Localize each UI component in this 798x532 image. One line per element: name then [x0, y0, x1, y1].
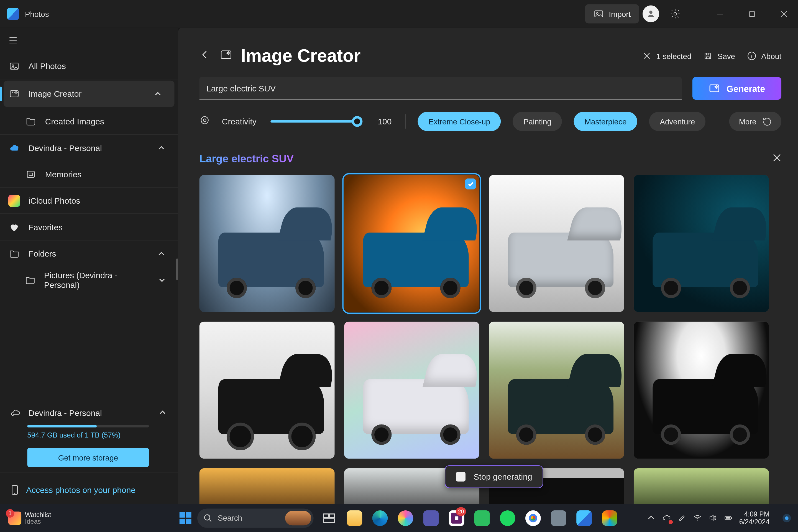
teams-icon[interactable] [419, 506, 443, 530]
sidebar-item-label: Pictures (Devindra - Personal) [44, 270, 145, 289]
sidebar-item-created-images[interactable]: Created Images [0, 108, 178, 135]
save-button[interactable]: Save [703, 51, 735, 61]
photos-app-icon [7, 8, 19, 20]
result-thumb[interactable] [199, 322, 335, 459]
taskbar-search[interactable]: Search [197, 508, 314, 527]
sidebar-item-pictures[interactable]: Pictures (Devindra - Personal) [0, 267, 178, 293]
storage-title: Devindra - Personal [28, 408, 102, 418]
copilot-icon[interactable] [394, 506, 417, 530]
folder-icon [8, 248, 20, 260]
result-thumb[interactable] [344, 175, 479, 312]
window-maximize[interactable] [738, 0, 766, 28]
settings-button[interactable] [663, 0, 688, 28]
svg-point-20 [697, 520, 698, 521]
spotify-icon[interactable] [495, 506, 519, 530]
style-chip-masterpiece[interactable]: Masterpiece [574, 112, 637, 131]
sidebar-item-label: Devindra - Personal [28, 143, 102, 153]
more-label: More [739, 117, 757, 126]
creativity-slider[interactable] [271, 120, 362, 123]
sidebar-item-favorites[interactable]: Favorites [0, 214, 178, 240]
selected-check-icon [465, 178, 476, 189]
onedrive-icon [8, 142, 20, 154]
style-chip-adventure[interactable]: Adventure [649, 112, 706, 131]
more-styles-button[interactable]: More [729, 112, 781, 131]
pen-tray-icon [678, 513, 687, 523]
result-thumb[interactable] [489, 175, 624, 312]
chevron-up-icon [148, 90, 167, 97]
cloud-icon [10, 407, 21, 419]
image-creator-glyph [220, 48, 232, 64]
result-thumb[interactable] [634, 322, 769, 459]
svg-point-2 [649, 11, 652, 14]
style-chip-painting[interactable]: Painting [513, 112, 562, 131]
sidebar-item-label: Image Creator [28, 89, 82, 99]
window-close[interactable] [770, 0, 798, 28]
sidebar: All Photos Image Creator Created Images … [0, 28, 178, 504]
storage-card: Devindra - Personal 594.7 GB used of 1 T… [0, 400, 178, 477]
photos-taskbar-icon[interactable] [572, 506, 596, 530]
sidebar-item-label: All Photos [28, 61, 66, 71]
task-view-icon[interactable] [317, 506, 341, 530]
result-thumb[interactable] [489, 322, 624, 459]
taskbar-widget[interactable]: 1 Watchlist Ideas [5, 511, 55, 525]
stop-generating-button[interactable]: Stop generating [444, 465, 543, 488]
clock-time: 4:09 PM [739, 510, 770, 518]
user-avatar[interactable] [643, 5, 659, 22]
result-thumb[interactable] [634, 468, 769, 504]
page-title: Image Creator [241, 46, 360, 66]
widget-subtitle: Ideas [25, 518, 51, 525]
storage-detail[interactable]: 594.7 GB used of 1 TB (57%) [27, 431, 166, 439]
edge-icon[interactable] [368, 506, 392, 530]
results-close-button[interactable] [773, 153, 781, 165]
sidebar-item-onedrive[interactable]: Devindra - Personal [0, 135, 178, 161]
chrome-icon[interactable] [521, 506, 545, 530]
phone-link[interactable]: Access photos on your phone [0, 477, 178, 504]
sidebar-item-image-creator[interactable]: Image Creator [4, 81, 174, 107]
chevron-up-icon[interactable] [159, 407, 166, 418]
sidebar-item-memories[interactable]: Memories [0, 161, 178, 187]
sidebar-item-label: Memories [45, 169, 82, 179]
file-explorer-icon[interactable] [342, 506, 366, 530]
sidebar-item-label: Created Images [45, 116, 104, 126]
folder-icon [25, 274, 36, 286]
evernote-icon[interactable] [470, 506, 494, 530]
system-tray[interactable] [647, 513, 734, 523]
taskbar-clock[interactable]: 4:09 PM 6/24/2024 [739, 510, 770, 526]
security-icon[interactable] [546, 506, 570, 530]
start-button[interactable] [177, 510, 193, 527]
import-button[interactable]: Import [585, 4, 639, 23]
about-button[interactable]: About [747, 51, 781, 61]
get-storage-button[interactable]: Get more storage [27, 448, 149, 467]
style-chip-extreme-closeup[interactable]: Extreme Close-up [418, 112, 501, 131]
about-label: About [761, 51, 781, 60]
creativity-label: Creativity [222, 117, 256, 126]
results-grid [199, 175, 781, 504]
widget-icon: 1 [8, 511, 21, 525]
heart-icon [8, 221, 20, 233]
window-minimize[interactable] [705, 0, 734, 28]
back-button[interactable] [199, 49, 211, 63]
wifi-tray-icon [693, 513, 702, 523]
result-thumb[interactable] [199, 468, 335, 504]
slack-icon[interactable]: 20 [444, 506, 468, 530]
svg-point-14 [201, 117, 208, 124]
result-thumb[interactable] [344, 322, 479, 459]
m365-icon[interactable] [597, 506, 621, 530]
sidebar-item-all-photos[interactable]: All Photos [0, 53, 178, 79]
clock-date: 6/24/2024 [739, 518, 770, 525]
search-highlight [285, 511, 311, 525]
selected-count: 1 selected [656, 51, 691, 60]
result-thumb[interactable] [199, 175, 335, 312]
hamburger-button[interactable] [0, 28, 178, 53]
stop-label: Stop generating [474, 472, 532, 481]
sidebar-item-folders[interactable]: Folders [0, 241, 178, 267]
main-panel: Image Creator 1 selected Save About [178, 28, 798, 504]
sidebar-item-icloud[interactable]: iCloud Photos [0, 188, 178, 214]
result-thumb[interactable] [634, 175, 769, 312]
svg-point-3 [674, 13, 677, 15]
generate-button[interactable]: Generate [692, 77, 781, 100]
chevron-up-icon [647, 513, 656, 523]
deselect-button[interactable]: 1 selected [642, 51, 691, 61]
prompt-input[interactable] [199, 77, 682, 100]
taskbar: 1 Watchlist Ideas Search 20 [0, 504, 798, 532]
